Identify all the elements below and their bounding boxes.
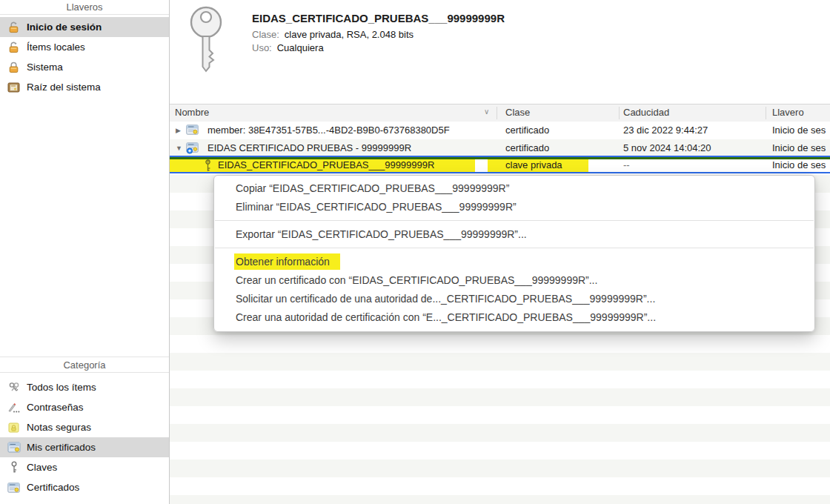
category-item-mis-certificados[interactable]: Mis certificados xyxy=(0,437,169,457)
category-item-notas-seguras[interactable]: Notas seguras xyxy=(0,417,169,437)
private-key-icon xyxy=(186,4,230,76)
menu-item-eliminar-eidas-certific[interactable]: Eliminar “EIDAS_CERTIFICADO_PRUEBAS___99… xyxy=(214,198,814,216)
menu-item-highlight: Obtener información xyxy=(234,253,340,270)
column-separator xyxy=(619,107,620,119)
cell-caducidad: 23 dic 2022 9:44:27 xyxy=(623,122,760,139)
keychain-item-items-locales[interactable]: Ítems locales xyxy=(0,37,169,57)
cell-clase: certificado xyxy=(505,139,617,157)
disclosure-expanded-icon[interactable]: ▼ xyxy=(176,139,182,157)
usage-label: Uso: xyxy=(252,42,272,53)
passwords-pencil-icon xyxy=(7,401,21,414)
keychain-item-label: Ítems locales xyxy=(27,42,85,53)
column-header-nombre[interactable]: Nombre xyxy=(175,107,209,118)
cell-clase: certificado xyxy=(505,122,617,139)
row-stripe xyxy=(170,371,830,388)
main-panel: EIDAS_CERTIFICADO_PRUEBAS___99999999R Cl… xyxy=(170,0,830,504)
key-outline-icon xyxy=(7,461,21,474)
row-stripe xyxy=(170,477,830,495)
certificate-icon xyxy=(186,125,199,137)
cell-llavero: Inicio de ses xyxy=(772,158,830,172)
item-class-line: Clase:clave privada, RSA, 2.048 bits xyxy=(252,29,414,40)
item-usage-line: Uso:Cualquiera xyxy=(252,42,324,53)
unlocked-padlock-icon xyxy=(7,41,21,53)
context-menu: Copiar “EIDAS_CERTIFICADO_PRUEBAS___9999… xyxy=(213,175,815,332)
usage-value: Cualquiera xyxy=(277,42,324,53)
category-header: Categoría xyxy=(0,357,169,373)
menu-item-solicitar-un-certificado[interactable]: Solicitar un certificado de una autorida… xyxy=(214,290,814,308)
row-stripe xyxy=(170,335,830,353)
menu-item-copiar-eidas-certificad[interactable]: Copiar “EIDAS_CERTIFICADO_PRUEBAS___9999… xyxy=(214,179,814,198)
cell-nombre: EIDAS_CERTIFICADO_PRUEBAS___99999999R xyxy=(218,158,474,172)
category-item-contrasenas[interactable]: Contraseñas xyxy=(0,397,169,417)
keychain-item-label: Inicio de sesión xyxy=(27,21,102,33)
row-stripe xyxy=(170,406,830,424)
category-item-claves[interactable]: Claves xyxy=(0,457,169,477)
cell-llavero: Inicio de ses xyxy=(772,122,830,139)
disclosure-collapsed-icon[interactable]: ▶ xyxy=(176,122,181,139)
cell-clase: clave privada xyxy=(505,158,617,172)
column-header-llavero[interactable]: Llavero xyxy=(772,107,804,118)
keychain-list: Inicio de sesiónÍtems localesSistemaRaíz… xyxy=(0,17,169,97)
category-list: Todos los ítemsContraseñasNotas segurasM… xyxy=(0,377,169,497)
category-item-label: Notas seguras xyxy=(27,422,91,433)
cell-llavero: Inicio de ses xyxy=(772,139,830,157)
category-item-label: Claves xyxy=(27,462,57,473)
category-item-certificados[interactable]: Certificados xyxy=(0,477,169,497)
cell-caducidad: -- xyxy=(623,158,760,172)
class-value: clave privada, RSA, 2.048 bits xyxy=(285,29,414,40)
category-item-label: Contraseñas xyxy=(27,402,84,413)
keychains-header: Llaveros xyxy=(0,0,169,15)
all-items-keys-icon xyxy=(7,381,21,394)
secure-note-icon xyxy=(7,421,21,434)
my-certificates-icon xyxy=(7,441,21,454)
row-stripe xyxy=(170,424,830,442)
row-stripe xyxy=(170,442,830,460)
cell-caducidad: 5 nov 2024 14:04:20 xyxy=(623,139,760,157)
category-item-label: Certificados xyxy=(27,482,79,493)
column-header-clase[interactable]: Clase xyxy=(505,107,530,118)
column-separator xyxy=(766,107,766,119)
column-header-caducidad[interactable]: Caducidad xyxy=(623,107,669,118)
row-stripe xyxy=(170,353,830,371)
keychain-item-sistema[interactable]: Sistema xyxy=(0,57,169,77)
system-root-icon xyxy=(7,81,21,93)
cell-nombre: member: 38E47351-57B5...-4BD2-B9B0-67376… xyxy=(208,122,489,139)
certificate-add-icon xyxy=(186,142,199,156)
category-item-label: Mis certificados xyxy=(27,442,96,453)
table-row[interactable]: ▼EIDAS CERTIFICADO PRUEBAS - 99999999Rce… xyxy=(170,139,830,157)
category-item-todos-los-items[interactable]: Todos los ítems xyxy=(0,377,169,397)
sort-chevron-down-icon[interactable]: ∨ xyxy=(484,107,489,116)
keychain-item-inicio-de-sesion[interactable]: Inicio de sesión xyxy=(0,17,169,37)
column-separator xyxy=(497,107,497,119)
menu-separator xyxy=(215,248,814,248)
row-stripe xyxy=(170,460,830,477)
keychain-item-raiz-del-sistema[interactable]: Raíz del sistema xyxy=(0,77,169,97)
keychain-item-label: Raíz del sistema xyxy=(27,82,101,93)
locked-padlock-icon xyxy=(7,61,21,73)
sidebar: Llaveros Inicio de sesiónÍtems localesSi… xyxy=(0,0,170,504)
table-row[interactable]: ▶member: 38E47351-57B5...-4BD2-B9B0-6737… xyxy=(170,122,830,139)
key-icon xyxy=(203,159,213,174)
class-label: Clase: xyxy=(252,29,279,40)
table-header: NombreClaseCaducidadLlavero∨ xyxy=(170,104,830,122)
category-item-label: Todos los ítems xyxy=(27,382,96,393)
menu-item-exportar-eidas-certific[interactable]: Exportar “EIDAS_CERTIFICADO_PRUEBAS___99… xyxy=(214,225,814,244)
row-stripe xyxy=(170,388,830,406)
row-stripe xyxy=(170,495,830,504)
cell-nombre: EIDAS CERTIFICADO PRUEBAS - 99999999R xyxy=(208,139,489,157)
certificate-icon xyxy=(7,481,21,494)
menu-separator xyxy=(215,220,814,221)
table-row[interactable]: EIDAS_CERTIFICADO_PRUEBAS___99999999Rcla… xyxy=(170,156,830,173)
menu-item-obtener-informacion[interactable]: Obtener información xyxy=(214,253,814,271)
item-title: EIDAS_CERTIFICADO_PRUEBAS___99999999R xyxy=(252,12,505,24)
keychain-item-label: Sistema xyxy=(27,62,63,73)
menu-item-crear-una-autoridad-de-c[interactable]: Crear una autoridad de certificación con… xyxy=(214,308,814,327)
unlocked-padlock-icon xyxy=(7,21,21,33)
menu-item-crear-un-certificado-con[interactable]: Crear un certificado con “EIDAS_CERTIFIC… xyxy=(214,271,814,290)
